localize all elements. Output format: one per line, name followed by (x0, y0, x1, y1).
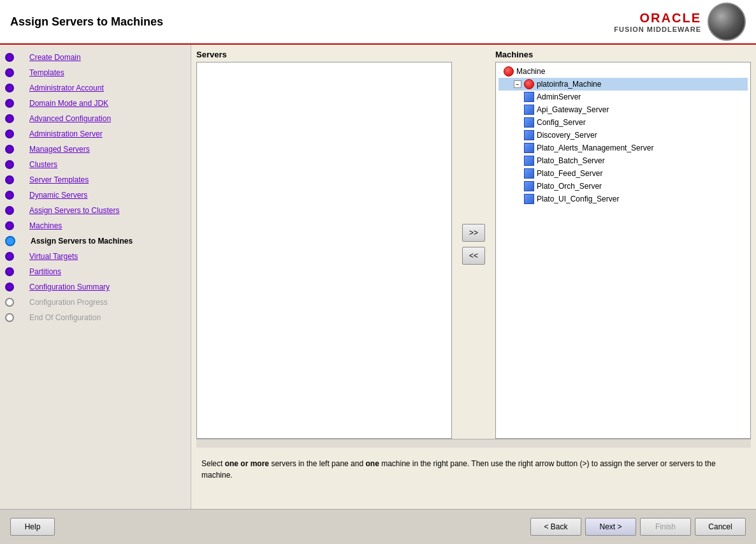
sidebar: Create Domain Templates Administrator Ac… (0, 45, 191, 509)
nav-dot-advanced-config (5, 114, 14, 123)
sidebar-item-admin-account[interactable]: Administrator Account (19, 80, 191, 96)
servers-list[interactable] (196, 62, 452, 439)
tree-item-discovery-server[interactable]: Discovery_Server (498, 129, 748, 142)
plato-orch-server-icon (524, 181, 534, 191)
tree-item-admin-server[interactable]: AdminServer (498, 91, 748, 103)
help-button[interactable]: Help (10, 518, 55, 536)
machine-root-icon (504, 66, 514, 77)
sidebar-item-machines[interactable]: Machines (19, 218, 191, 233)
sidebar-item-templates[interactable]: Templates (19, 65, 191, 80)
unassign-left-button[interactable]: << (462, 247, 485, 265)
tree-item-plato-feed-server[interactable]: Plato_Feed_Server (498, 167, 748, 180)
instruction-box: Select one or more servers in the left p… (196, 453, 751, 504)
plato-batch-server-icon (524, 156, 534, 166)
nav-dot-create-domain (5, 53, 14, 62)
plato-feed-server-icon (524, 168, 534, 179)
instruction-text-mid1: servers in the left pane and (269, 459, 365, 468)
sidebar-item-assign-servers-machines[interactable]: Assign Servers to Machines (19, 233, 191, 249)
tree-toggle-platoinfra[interactable]: − (514, 80, 521, 88)
plato-feed-server-label: Plato_Feed_Server (537, 169, 602, 178)
nav-dot-end-config (5, 313, 14, 322)
tree-item-plato-batch-server[interactable]: Plato_Batch_Server (498, 154, 748, 167)
footer: Help < Back Next > Finish Cancel (0, 509, 756, 544)
footer-right: < Back Next > Finish Cancel (530, 518, 746, 536)
tree-item-machine-root[interactable]: Machine (498, 65, 748, 78)
sidebar-item-clusters[interactable]: Clusters (19, 157, 191, 172)
nav-dot-config-progress (5, 298, 14, 307)
discovery-server-icon (524, 130, 534, 140)
servers-panel-header: Servers (196, 50, 452, 59)
nav-dot-server-templates (5, 175, 14, 184)
tree-item-plato-ui-server[interactable]: Plato_UI_Config_Server (498, 193, 748, 205)
api-gateway-server-label: Api_Gateway_Server (537, 105, 609, 114)
nav-dot-assign-servers-machines (5, 236, 15, 246)
sidebar-item-domain-mode[interactable]: Domain Mode and JDK (19, 96, 191, 111)
platoinfra-machine-label: platoinfra_Machine (537, 80, 601, 89)
nav-dot-config-summary (5, 283, 14, 291)
instruction-text-before: Select (201, 459, 225, 468)
sidebar-item-administration-server[interactable]: Administration Server (19, 126, 191, 142)
sidebar-item-dynamic-servers[interactable]: Dynamic Servers (19, 187, 191, 203)
nav-dot-partitions (5, 267, 14, 276)
nav-dot-managed-servers (5, 145, 14, 154)
back-button[interactable]: < Back (530, 518, 581, 536)
plato-ui-server-icon (524, 194, 534, 204)
panels-container: Servers >> << Machines Machine (196, 50, 751, 439)
footer-left: Help (10, 518, 55, 536)
servers-panel: Servers (196, 50, 452, 439)
config-server-icon (524, 117, 534, 128)
tree-item-plato-alerts-server[interactable]: Plato_Alerts_Management_Server (498, 142, 748, 154)
sidebar-item-assign-servers-clusters[interactable]: Assign Servers to Clusters (19, 203, 191, 218)
nav-dot-administration-server (5, 129, 14, 138)
tree-item-api-gateway-server[interactable]: Api_Gateway_Server (498, 103, 748, 116)
oracle-sub: FUSION MIDDLEWARE (614, 26, 701, 33)
page-title: Assign Servers to Machines (10, 15, 163, 29)
machines-panel-header: Machines (495, 50, 751, 59)
assign-right-button[interactable]: >> (462, 224, 485, 242)
platoinfra-machine-icon (524, 79, 534, 89)
tree-item-config-server[interactable]: Config_Server (498, 116, 748, 129)
sidebar-item-partitions[interactable]: Partitions (19, 264, 191, 279)
nav-dot-templates (5, 68, 14, 77)
content-area: Servers >> << Machines Machine (191, 45, 756, 509)
machines-panel: Machines Machine − platoinfra_Machine (495, 50, 751, 439)
admin-server-label: AdminServer (537, 92, 581, 101)
sidebar-item-end-config: End Of Configuration (19, 310, 191, 325)
nav-dot-admin-account (5, 84, 14, 92)
oracle-text: ORACLE (640, 11, 701, 26)
finish-button[interactable]: Finish (640, 518, 691, 536)
oracle-logo: ORACLE FUSION MIDDLEWARE (614, 11, 701, 33)
plato-alerts-server-label: Plato_Alerts_Management_Server (537, 143, 653, 152)
oracle-sphere-icon (708, 3, 746, 41)
sidebar-item-create-domain[interactable]: Create Domain (19, 50, 191, 65)
sidebar-nav: Create Domain Templates Administrator Ac… (0, 50, 191, 325)
next-button[interactable]: Next > (585, 518, 636, 536)
config-server-label: Config_Server (537, 118, 586, 127)
instruction-bold1: one or more (225, 459, 269, 468)
scrollbar-hint (196, 439, 751, 448)
instruction-bold2: one (365, 459, 379, 468)
sidebar-item-config-summary[interactable]: Configuration Summary (19, 279, 191, 295)
machine-root-label: Machine (516, 67, 545, 76)
sidebar-item-server-templates[interactable]: Server Templates (19, 172, 191, 187)
arrow-buttons: >> << (457, 50, 490, 439)
sidebar-item-virtual-targets[interactable]: Virtual Targets (19, 249, 191, 264)
header: Assign Servers to Machines ORACLE FUSION… (0, 0, 756, 45)
admin-server-icon (524, 92, 534, 102)
plato-batch-server-label: Plato_Batch_Server (537, 156, 605, 165)
sidebar-item-advanced-config[interactable]: Advanced Configuration (19, 111, 191, 126)
tree-item-platoinfra-machine[interactable]: − platoinfra_Machine (498, 78, 748, 91)
machines-tree[interactable]: Machine − platoinfra_Machine AdminServer (495, 62, 751, 439)
nav-dot-machines (5, 221, 14, 230)
oracle-logo-area: ORACLE FUSION MIDDLEWARE (614, 3, 746, 41)
cancel-button[interactable]: Cancel (695, 518, 746, 536)
plato-orch-server-label: Plato_Orch_Server (537, 182, 602, 191)
sidebar-item-managed-servers[interactable]: Managed Servers (19, 142, 191, 157)
nav-dot-virtual-targets (5, 252, 14, 261)
sidebar-item-config-progress: Configuration Progress (19, 295, 191, 310)
nav-dot-assign-servers-clusters (5, 206, 14, 215)
tree-item-plato-orch-server[interactable]: Plato_Orch_Server (498, 180, 748, 193)
main-layout: Create Domain Templates Administrator Ac… (0, 45, 756, 509)
nav-dot-clusters (5, 160, 14, 169)
plato-ui-server-label: Plato_UI_Config_Server (537, 195, 619, 203)
